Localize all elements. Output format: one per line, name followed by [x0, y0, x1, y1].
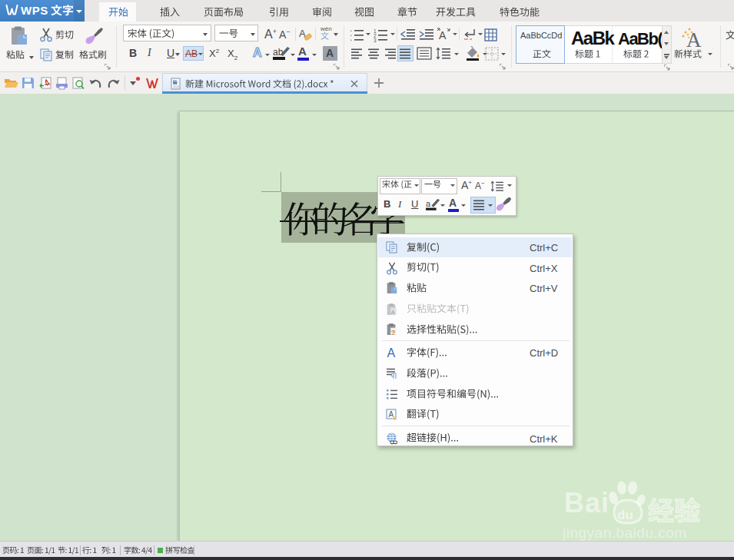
svg-text:?: ? [391, 328, 396, 336]
svg-text:du: du [617, 508, 633, 522]
svg-text:ab: ab [273, 47, 284, 58]
svg-text:A: A [686, 28, 702, 49]
svg-text:A: A [389, 410, 394, 419]
svg-text:W: W [173, 80, 178, 86]
svg-text:A: A [387, 346, 396, 359]
svg-text:3: 3 [374, 38, 377, 42]
svg-text:A: A [439, 29, 447, 41]
svg-text:a: a [426, 199, 431, 208]
